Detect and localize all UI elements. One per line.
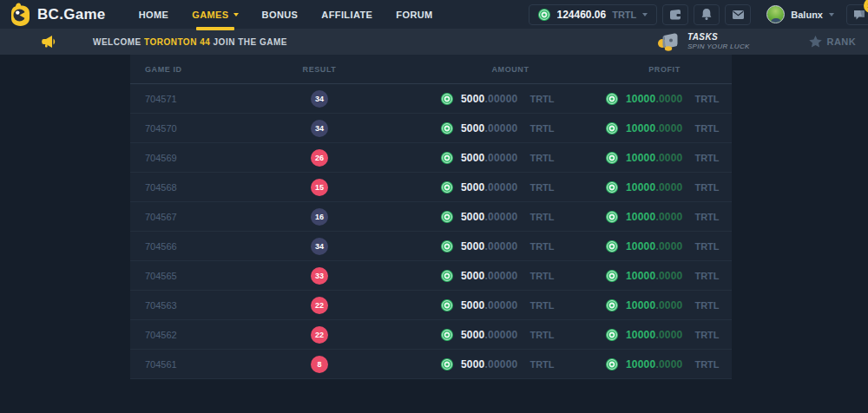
game-id: 704571: [130, 94, 274, 104]
table-row[interactable]: 704563 22 5000.00000 TRTL: [130, 291, 732, 320]
chevron-down-icon: [233, 13, 239, 16]
user-name: Balunx: [791, 10, 823, 20]
trtl-coin-icon: [441, 181, 453, 193]
result-cell: 33: [274, 267, 365, 285]
navbar-right: 124460.06 TRTL: [529, 4, 868, 25]
amount-cell: 5000.00000 TRTL: [365, 181, 597, 193]
amount-currency: TRTL: [529, 300, 554, 311]
result-badge: 34: [311, 90, 328, 108]
user-menu[interactable]: Balunx: [766, 5, 834, 23]
rank-widget[interactable]: RANK: [809, 36, 856, 48]
trtl-coin-icon: [441, 299, 453, 311]
banner-right: TASKS SPIN YOUR LUCK RANK: [657, 32, 856, 51]
profit-cell: 10000.0000 TRTL: [597, 211, 732, 223]
result-badge: 26: [311, 149, 328, 167]
wallet-button[interactable]: [662, 4, 688, 25]
profit-currency: TRTL: [694, 212, 719, 222]
trtl-coin-icon: [606, 152, 618, 164]
trtl-coin-icon: [441, 358, 453, 370]
table-row[interactable]: 704569 26 5000.00000 TRTL: [130, 143, 732, 173]
brand-logo[interactable]: BC.Game: [10, 3, 106, 26]
game-id: 704566: [130, 241, 274, 252]
trtl-coin-icon: [441, 211, 453, 223]
chat-button[interactable]: 10: [846, 4, 868, 25]
profit-value: 10000.0000: [626, 299, 682, 311]
messages-button[interactable]: [725, 4, 751, 25]
trtl-coin-icon: [606, 181, 618, 193]
game-id: 704562: [130, 330, 274, 340]
nav-link-home[interactable]: HOME: [139, 0, 169, 29]
nav-link-bonus[interactable]: BONUS: [262, 0, 299, 29]
profit-cell: 10000.0000 TRTL: [597, 181, 732, 193]
game-id: 704565: [130, 271, 274, 281]
trtl-coin-icon: [606, 122, 618, 134]
amount-currency: TRTL: [529, 123, 554, 134]
trtl-coin-icon: [441, 122, 453, 134]
amount-currency: TRTL: [529, 182, 554, 193]
bell-icon: [701, 9, 712, 20]
megaphone-icon: [42, 36, 56, 48]
amount-cell: 5000.00000 TRTL: [365, 299, 597, 311]
game-id: 704569: [130, 153, 274, 163]
welcome-message: WELCOME TORONTON 44 JOIN THE GAME: [93, 37, 287, 47]
profit-value: 10000.0000: [626, 122, 682, 134]
profit-value: 10000.0000: [626, 93, 682, 105]
profit-currency: TRTL: [694, 271, 719, 281]
profit-currency: TRTL: [694, 182, 719, 193]
profit-value: 10000.0000: [626, 270, 682, 282]
amount-value: 5000.00000: [461, 329, 517, 341]
rank-label: RANK: [827, 36, 856, 47]
main-nav: HOME GAMES BONUS AFFILIATE FORUM: [139, 0, 433, 29]
announcement-bar: WELCOME TORONTON 44 JOIN THE GAME TASKS …: [0, 29, 868, 55]
trtl-coin-icon: [441, 93, 453, 105]
table-row[interactable]: 704567 16 5000.00000 TRTL: [130, 202, 732, 232]
dice-cup-icon: [657, 32, 681, 51]
balance-currency: TRTL: [612, 10, 636, 20]
table-row[interactable]: 704565 33 5000.00000 TRTL: [130, 261, 732, 291]
profit-cell: 10000.0000 TRTL: [597, 270, 732, 282]
amount-value: 5000.00000: [461, 299, 517, 311]
profit-currency: TRTL: [694, 359, 719, 370]
avatar: [766, 5, 785, 23]
nav-link-forum[interactable]: FORUM: [396, 0, 432, 29]
table-row[interactable]: 704566 34 5000.00000 TRTL: [130, 232, 732, 261]
result-cell: 8: [274, 356, 365, 373]
profit-value: 10000.0000: [626, 211, 682, 223]
table-row[interactable]: 704561 8 5000.00000 TRTL: [130, 350, 732, 379]
result-cell: 34: [274, 238, 365, 255]
chat-icon: [853, 10, 865, 20]
tasks-widget[interactable]: TASKS SPIN YOUR LUCK: [657, 32, 750, 51]
profit-currency: TRTL: [694, 153, 719, 163]
result-badge: 16: [311, 208, 328, 226]
amount-cell: 5000.00000 TRTL: [365, 152, 597, 164]
trtl-coin-icon: [441, 152, 453, 164]
header-result: RESULT: [274, 65, 365, 74]
trtl-coin-icon: [606, 299, 618, 311]
balance-selector[interactable]: 124460.06 TRTL: [529, 4, 657, 25]
balance-amount: 124460.06: [556, 9, 606, 21]
table-row[interactable]: 704571 34 5000.00000 TRTL: [130, 84, 732, 114]
game-id: 704570: [130, 123, 274, 134]
game-id: 704567: [130, 212, 274, 222]
profit-currency: TRTL: [694, 123, 719, 134]
table-row[interactable]: 704562 22 5000.00000 TRTL: [130, 320, 732, 350]
result-cell: 26: [274, 149, 365, 167]
chevron-down-icon: [642, 13, 648, 16]
game-id: 704561: [130, 359, 274, 370]
welcome-username: TORONTON 44: [144, 37, 210, 47]
notifications-button[interactable]: [694, 4, 720, 25]
profit-cell: 10000.0000 TRTL: [597, 240, 732, 252]
profit-value: 10000.0000: [626, 358, 682, 370]
amount-value: 5000.00000: [461, 152, 517, 164]
amount-currency: TRTL: [529, 212, 554, 222]
nav-link-games[interactable]: GAMES: [192, 0, 238, 29]
profit-currency: TRTL: [694, 300, 719, 311]
table-row[interactable]: 704568 15 5000.00000 TRTL: [130, 173, 732, 202]
nav-link-affiliate[interactable]: AFFILIATE: [321, 0, 372, 29]
trtl-coin-icon: [538, 9, 550, 21]
profit-value: 10000.0000: [626, 240, 682, 252]
result-badge: 8: [311, 356, 328, 373]
table-row[interactable]: 704570 34 5000.00000 TRTL: [130, 114, 732, 143]
mail-icon: [733, 10, 744, 19]
bets-table: GAME ID RESULT AMOUNT PROFIT 704571 34 5…: [130, 55, 732, 379]
